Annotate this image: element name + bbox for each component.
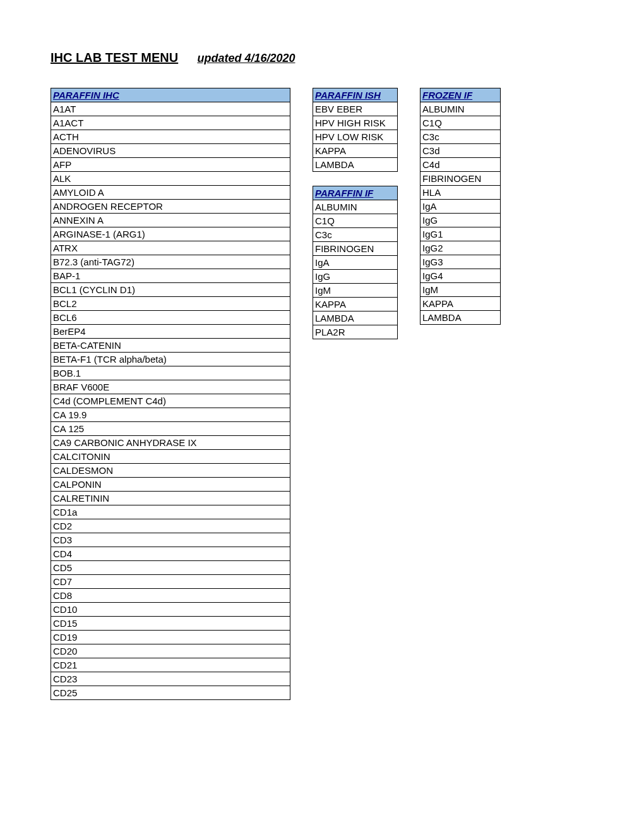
table-row: BCL2 (51, 297, 290, 311)
table-cell: ALBUMIN (420, 102, 501, 116)
table-row: CD15 (51, 617, 290, 631)
table-cell: ACTH (51, 130, 290, 144)
table-cell: IgG (420, 214, 501, 227)
table-cell: C3c (313, 228, 398, 242)
table-row: ACTH (51, 130, 290, 144)
table-row: IgM (420, 283, 501, 297)
table-row: AFP (51, 158, 290, 172)
page-title: IHC LAB TEST MENU (51, 51, 178, 65)
table-cell: CD10 (51, 603, 290, 617)
table-row: CALPONIN (51, 478, 290, 492)
table-cell: CA9 CARBONIC ANHYDRASE IX (51, 436, 290, 450)
table-cell: EBV EBER (313, 102, 398, 116)
column-2: PARAFFIN ISH EBV EBERHPV HIGH RISKHPV LO… (313, 88, 398, 339)
table-row: CA 19.9 (51, 408, 290, 422)
paraffin-ish-body: EBV EBERHPV HIGH RISKHPV LOW RISKKAPPALA… (313, 102, 398, 172)
table-cell: C4d (COMPLEMENT C4d) (51, 394, 290, 408)
table-cell: IgM (420, 283, 501, 297)
table-cell: LAMBDA (420, 311, 501, 325)
table-row: A1AT (51, 102, 290, 116)
table-cell: C1Q (420, 116, 501, 130)
column-1: PARAFFIN IHC A1ATA1ACTACTHADENOVIRUSAFPA… (51, 88, 290, 700)
table-cell: CD7 (51, 575, 290, 589)
paraffin-if-body: ALBUMINC1QC3cFIBRINOGENIgAIgGIgMKAPPALAM… (313, 200, 398, 339)
table-row: CD3 (51, 533, 290, 547)
table-cell: IgG4 (420, 269, 501, 283)
table-row: EBV EBER (313, 102, 398, 116)
table-cell: ALK (51, 172, 290, 186)
table-row: CD21 (51, 658, 290, 672)
table-cell: CD1a (51, 505, 290, 519)
table-row: CALCITONIN (51, 450, 290, 464)
table-cell: C4d (420, 158, 501, 172)
table-row: C3d (420, 144, 501, 158)
table-row: CD5 (51, 561, 290, 575)
columns: PARAFFIN IHC A1ATA1ACTACTHADENOVIRUSAFPA… (51, 88, 600, 700)
table-row: CD19 (51, 631, 290, 644)
column-3: FROZEN IF ALBUMINC1QC3cC3dC4dFIBRINOGENH… (420, 88, 501, 325)
table-cell: C1Q (313, 214, 398, 228)
table-cell: FIBRINOGEN (313, 242, 398, 256)
table-cell: IgG3 (420, 255, 501, 269)
table-cell: IgA (420, 200, 501, 214)
frozen-if-header: FROZEN IF (420, 88, 501, 102)
table-row: IgG4 (420, 269, 501, 283)
table-cell: CD19 (51, 631, 290, 644)
table-cell: KAPPA (420, 297, 501, 311)
table-row: AMYLOID A (51, 186, 290, 200)
table-row: IgG (420, 214, 501, 227)
table-row: ATRX (51, 241, 290, 255)
table-row: ALBUMIN (313, 200, 398, 214)
table-cell: IgG2 (420, 241, 501, 255)
table-row: CD25 (51, 686, 290, 700)
table-cell: B72.3 (anti-TAG72) (51, 255, 290, 269)
table-row: HPV HIGH RISK (313, 116, 398, 130)
table-cell: KAPPA (313, 144, 398, 158)
table-row: IgA (313, 256, 398, 270)
table-row: CD20 (51, 644, 290, 658)
table-cell: ANDROGEN RECEPTOR (51, 200, 290, 214)
table-cell: BETA-CATENIN (51, 339, 290, 353)
table-row: BCL6 (51, 311, 290, 325)
table-cell: CD2 (51, 519, 290, 533)
table-cell: ANNEXIN A (51, 214, 290, 227)
table-row: IgG1 (420, 227, 501, 241)
table-row: IgG3 (420, 255, 501, 269)
table-row: C4d (420, 158, 501, 172)
table-row: CD2 (51, 519, 290, 533)
table-cell: CA 125 (51, 422, 290, 436)
table-row: BOB.1 (51, 366, 290, 380)
table-cell: CD5 (51, 561, 290, 575)
table-row: ANDROGEN RECEPTOR (51, 200, 290, 214)
table-cell: BCL2 (51, 297, 290, 311)
table-cell: CA 19.9 (51, 408, 290, 422)
table-cell: ATRX (51, 241, 290, 255)
table-row: CA 125 (51, 422, 290, 436)
paraffin-ihc-body: A1ATA1ACTACTHADENOVIRUSAFPALKAMYLOID AAN… (51, 102, 290, 700)
table-row: A1ACT (51, 116, 290, 130)
table-row: IgA (420, 200, 501, 214)
table-row: CD10 (51, 603, 290, 617)
table-row: LAMBDA (313, 158, 398, 172)
table-cell: A1ACT (51, 116, 290, 130)
title-row: IHC LAB TEST MENU updated 4/16/2020 (51, 51, 600, 65)
table-row: C3c (313, 228, 398, 242)
table-cell: HLA (420, 186, 501, 200)
table-cell: CALRETININ (51, 492, 290, 505)
table-cell: AFP (51, 158, 290, 172)
paraffin-if-header: PARAFFIN IF (313, 186, 398, 200)
table-row: CD1a (51, 505, 290, 519)
table-row: KAPPA (313, 144, 398, 158)
table-row: KAPPA (313, 298, 398, 311)
table-cell: FIBRINOGEN (420, 172, 501, 186)
table-row: ARGINASE-1 (ARG1) (51, 227, 290, 241)
table-cell: HPV HIGH RISK (313, 116, 398, 130)
table-cell: PLA2R (313, 325, 398, 339)
table-row: IgM (313, 284, 398, 298)
table-cell: IgG (313, 270, 398, 284)
table-cell: CD8 (51, 589, 290, 603)
table-cell: A1AT (51, 102, 290, 116)
table-row: BAP-1 (51, 269, 290, 283)
table-cell: ADENOVIRUS (51, 144, 290, 158)
table-cell: BETA-F1 (TCR alpha/beta) (51, 353, 290, 366)
